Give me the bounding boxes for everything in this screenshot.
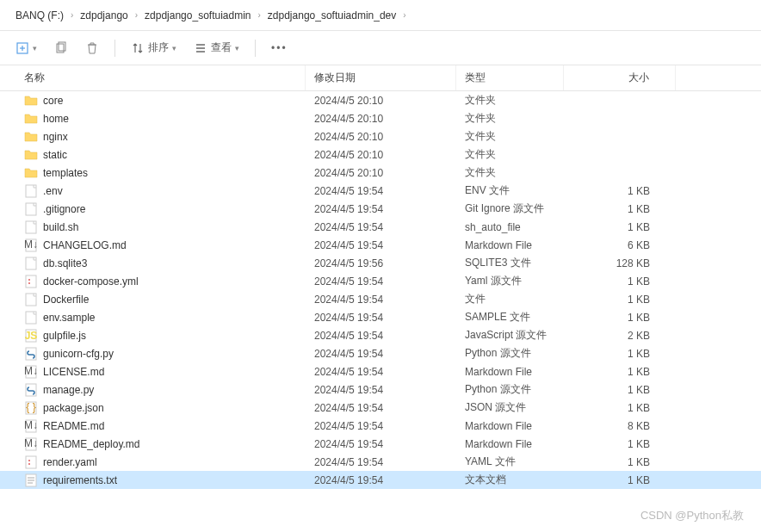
file-name: templates (43, 167, 88, 179)
file-size: 1 KB (564, 473, 676, 488)
chevron-right-icon[interactable]: › (401, 10, 407, 20)
file-type: Markdown File (456, 436, 564, 452)
svg-point-16 (28, 282, 30, 284)
file-type: SAMPLE 文件 (456, 308, 564, 326)
file-row[interactable]: requirements.txt2024/4/5 19:54文本文档1 KB (0, 471, 761, 489)
file-row[interactable]: manage.py2024/4/5 19:54Python 源文件1 KB (0, 380, 761, 399)
file-name: .gitignore (43, 203, 85, 215)
file-date: 2024/4/5 19:54 (306, 473, 456, 488)
file-row[interactable]: templates2024/4/5 20:10文件夹 (0, 164, 761, 182)
file-name: README.md (43, 420, 104, 432)
file-name: gunicorn-cfg.py (43, 348, 114, 360)
file-name: .env (43, 185, 63, 197)
json-icon: { } (24, 401, 38, 415)
folder-icon (24, 94, 38, 108)
file-name: home (43, 113, 69, 125)
file-name: build.sh (43, 221, 78, 233)
copy-button[interactable] (47, 36, 75, 60)
file-date: 2024/4/5 19:54 (306, 346, 456, 362)
file-rows: core2024/4/5 20:10文件夹home2024/4/5 20:10文… (0, 91, 761, 489)
file-row[interactable]: M↓README_deploy.md2024/4/5 19:54Markdown… (0, 435, 761, 453)
file-row[interactable]: static2024/4/5 20:10文件夹 (0, 145, 761, 164)
file-row[interactable]: docker-compose.yml2024/4/5 19:54Yaml 源文件… (0, 272, 761, 290)
breadcrumb-segment[interactable]: zdpdjango_softuiadmin_dev (263, 6, 401, 25)
file-icon (24, 293, 38, 306)
chevron-right-icon[interactable]: › (257, 10, 263, 20)
file-row[interactable]: build.sh2024/4/5 19:54sh_auto_file1 KB (0, 218, 761, 236)
view-label: 查看 (211, 40, 232, 55)
file-type: 文件夹 (456, 145, 564, 164)
file-date: 2024/4/5 19:54 (306, 364, 456, 380)
svg-text:M↓: M↓ (24, 238, 38, 251)
chevron-right-icon[interactable]: › (133, 10, 139, 20)
file-icon (24, 184, 38, 198)
svg-rect-31 (26, 456, 36, 468)
delete-button[interactable] (78, 36, 106, 60)
file-row[interactable]: core2024/4/5 20:10文件夹 (0, 91, 761, 109)
view-button[interactable]: 查看 ▾ (187, 35, 246, 60)
file-row[interactable]: nginx2024/4/5 20:10文件夹 (0, 127, 761, 145)
file-date: 2024/4/5 20:10 (306, 165, 456, 181)
file-type: JSON 源文件 (456, 399, 564, 417)
file-size (564, 153, 676, 157)
file-size: 128 KB (564, 256, 676, 271)
file-size: 1 KB (564, 201, 676, 217)
file-type: Markdown File (456, 418, 564, 434)
file-row[interactable]: render.yaml2024/4/5 19:54YAML 文件1 KB (0, 453, 761, 471)
more-button[interactable]: ••• (264, 37, 294, 59)
svg-text:{ }: { } (26, 401, 35, 413)
file-row[interactable]: M↓CHANGELOG.md2024/4/5 19:54Markdown Fil… (0, 236, 761, 254)
file-size (564, 99, 676, 102)
txt-icon (24, 473, 38, 487)
copy-icon (54, 41, 68, 55)
file-date: 2024/4/5 19:54 (306, 292, 456, 307)
file-row[interactable]: gunicorn-cfg.py2024/4/5 19:54Python 源文件1… (0, 344, 761, 362)
file-date: 2024/4/5 19:54 (306, 238, 456, 253)
chevron-right-icon[interactable]: › (69, 10, 75, 20)
file-type: Yaml 源文件 (456, 272, 564, 290)
file-date: 2024/4/5 19:54 (306, 418, 456, 434)
file-row[interactable]: home2024/4/5 20:10文件夹 (0, 109, 761, 127)
file-name: requirements.txt (43, 474, 117, 486)
file-name: README_deploy.md (43, 438, 140, 450)
file-row[interactable]: { }package.json2024/4/5 19:54JSON 源文件1 K… (0, 399, 761, 417)
new-item-button[interactable]: ▾ (9, 36, 44, 60)
file-row[interactable]: .gitignore2024/4/5 19:54Git Ignore 源文件1 … (0, 200, 761, 218)
js-icon: JS (24, 329, 38, 343)
svg-point-15 (28, 279, 30, 281)
header-type[interactable]: 类型 (456, 65, 564, 90)
folder-icon (24, 166, 38, 180)
svg-text:M↓: M↓ (24, 419, 38, 431)
svg-rect-17 (26, 294, 36, 306)
file-row[interactable]: env.sample2024/4/5 19:54SAMPLE 文件1 KB (0, 308, 761, 326)
header-name[interactable]: 名称 (0, 65, 306, 90)
file-row[interactable]: .env2024/4/5 19:54ENV 文件1 KB (0, 182, 761, 200)
toolbar: ▾ 排序 ▾ 查看 ▾ ••• (0, 31, 761, 65)
file-size: 1 KB (564, 220, 676, 235)
sort-button[interactable]: 排序 ▾ (124, 35, 183, 60)
file-size: 1 KB (564, 436, 676, 452)
folder-icon (24, 130, 38, 144)
header-date[interactable]: 修改日期 (306, 65, 456, 90)
breadcrumb-segment[interactable]: BANQ (F:) (10, 6, 69, 25)
breadcrumb-segment[interactable]: zdpdjango (75, 6, 133, 25)
file-row[interactable]: db.sqlite32024/4/5 19:56SQLITE3 文件128 KB (0, 254, 761, 272)
file-row[interactable]: M↓README.md2024/4/5 19:54Markdown File8 … (0, 417, 761, 435)
file-date: 2024/4/5 19:54 (306, 436, 456, 452)
yaml-icon (24, 275, 38, 288)
md-icon: M↓ (24, 365, 38, 379)
header-size[interactable]: 大小 (564, 65, 676, 90)
file-size: 1 KB (564, 310, 676, 325)
file-date: 2024/4/5 19:54 (306, 455, 456, 470)
file-row[interactable]: Dockerfile2024/4/5 19:54文件1 KB (0, 290, 761, 308)
file-date: 2024/4/5 19:54 (306, 274, 456, 289)
separator (255, 40, 256, 57)
breadcrumb-segment[interactable]: zdpdjango_softuiadmin (139, 6, 256, 25)
file-name: Dockerfile (43, 294, 89, 306)
file-icon (24, 220, 38, 234)
file-row[interactable]: JSgulpfile.js2024/4/5 19:54JavaScript 源文… (0, 326, 761, 344)
file-type: Git Ignore 源文件 (456, 200, 564, 218)
chevron-down-icon: ▾ (172, 44, 176, 53)
file-date: 2024/4/5 19:54 (306, 310, 456, 325)
file-row[interactable]: M↓LICENSE.md2024/4/5 19:54Markdown File1… (0, 362, 761, 380)
